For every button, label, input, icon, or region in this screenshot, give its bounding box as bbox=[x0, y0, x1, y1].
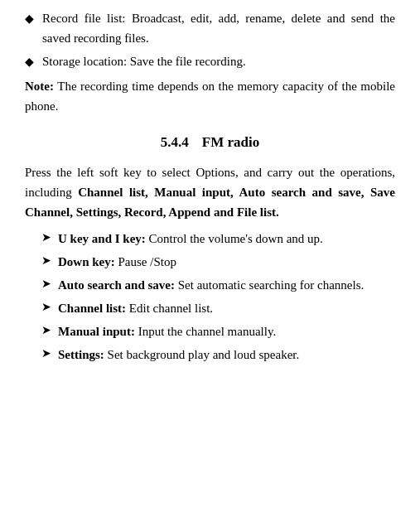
bullet-list: ◆ Record file list: Broadcast, edit, add… bbox=[25, 8, 395, 71]
list-item: ◆ Storage location: Save the file record… bbox=[25, 51, 395, 71]
check-text: Down key: Pause /Stop bbox=[58, 252, 395, 272]
section-title: FM radio bbox=[202, 134, 259, 150]
bullet-text-2: Storage location: Save the file recordin… bbox=[42, 51, 395, 71]
arrow-icon: ➤ bbox=[41, 345, 51, 363]
list-item: ◆ Record file list: Broadcast, edit, add… bbox=[25, 8, 395, 48]
item-label: Settings: bbox=[58, 348, 104, 361]
features-list: ➤ U key and I key: Control the volume's … bbox=[25, 229, 395, 365]
list-item: ➤ Down key: Pause /Stop bbox=[25, 252, 395, 272]
arrow-icon: ➤ bbox=[41, 252, 51, 270]
arrow-icon: ➤ bbox=[41, 298, 51, 316]
intro-paragraph: Press the left soft key to select Option… bbox=[25, 162, 395, 222]
list-item: ➤ Settings: Set background play and loud… bbox=[25, 345, 395, 365]
item-label: Down key: bbox=[58, 255, 115, 268]
section-heading: 5.4.4FM radio bbox=[25, 131, 395, 153]
bullet-diamond-icon: ◆ bbox=[25, 10, 34, 28]
arrow-icon: ➤ bbox=[41, 275, 51, 293]
section-number: 5.4.4 bbox=[161, 134, 189, 150]
note-label: Note: bbox=[25, 80, 54, 93]
options-bold-text: Channel list, Manual input, Auto search … bbox=[25, 186, 395, 219]
arrow-icon: ➤ bbox=[41, 321, 51, 340]
item-label: U key and I key: bbox=[58, 232, 146, 245]
list-item: ➤ U key and I key: Control the volume's … bbox=[25, 229, 395, 249]
item-label: Manual input: bbox=[58, 325, 135, 338]
item-label: Channel list: bbox=[58, 302, 126, 315]
item-label: Auto search and save: bbox=[58, 278, 175, 292]
check-text: Auto search and save: Set automatic sear… bbox=[58, 275, 395, 295]
check-text: Settings: Set background play and loud s… bbox=[58, 345, 395, 365]
note-paragraph: Note: The recording time depends on the … bbox=[25, 76, 395, 116]
list-item: ➤ Manual input: Input the channel manual… bbox=[25, 321, 395, 341]
check-text: Channel list: Edit channel list. bbox=[58, 298, 395, 318]
list-item: ➤ Auto search and save: Set automatic se… bbox=[25, 275, 395, 295]
check-text: Manual input: Input the channel manually… bbox=[58, 321, 395, 341]
bullet-diamond-icon: ◆ bbox=[25, 53, 34, 71]
bullet-text-1: Record file list: Broadcast, edit, add, … bbox=[42, 8, 395, 48]
note-text: The recording time depends on the memory… bbox=[25, 80, 395, 113]
check-text: U key and I key: Control the volume's do… bbox=[58, 229, 395, 249]
arrow-icon: ➤ bbox=[41, 229, 51, 247]
list-item: ➤ Channel list: Edit channel list. bbox=[25, 298, 395, 318]
